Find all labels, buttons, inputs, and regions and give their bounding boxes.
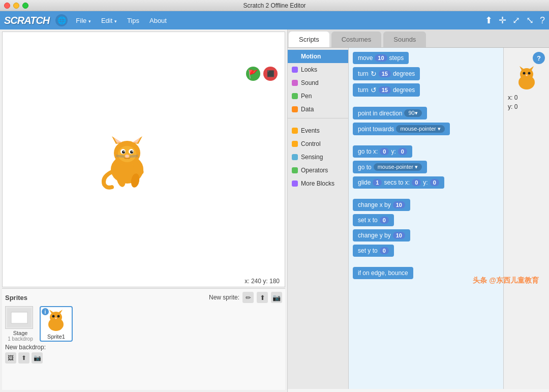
tab-scripts[interactable]: Scripts: [289, 32, 329, 47]
operators-dot: [292, 167, 298, 173]
stage-image: [5, 306, 33, 329]
menu-about[interactable]: About: [145, 15, 171, 26]
close-button[interactable]: [4, 3, 10, 9]
svg-marker-34: [529, 66, 534, 70]
gap4: [353, 260, 499, 264]
stage-controls: 🚩 ⬛: [246, 67, 278, 81]
new-backdrop-label: New backdrop:: [5, 344, 46, 351]
sprite1-label: Sprite1: [42, 334, 71, 340]
svg-point-36: [528, 72, 530, 75]
sprite-info-panel: ? x: 0 y: 0: [503, 48, 549, 389]
category-data-label: Data: [301, 106, 314, 113]
maximize-button[interactable]: [22, 3, 28, 9]
sound-dot: [292, 80, 298, 86]
svg-point-37: [526, 75, 528, 76]
zoom-icon[interactable]: ⤡: [526, 15, 534, 26]
category-control-label: Control: [301, 140, 321, 147]
stop-button[interactable]: ⬛: [263, 67, 278, 81]
block-change-y[interactable]: change y by 10: [353, 229, 410, 242]
minimize-button[interactable]: [13, 3, 19, 9]
category-operators-label: Operators: [301, 167, 328, 174]
block-goto-xy[interactable]: go to x: 0 y: 0: [353, 145, 412, 158]
block-turn-cw[interactable]: turn ↻ 15 degrees: [353, 67, 420, 80]
category-looks[interactable]: Looks: [288, 63, 348, 76]
motion-dot: [292, 53, 298, 59]
import-icon[interactable]: ⬆: [485, 15, 493, 26]
data-dot: [292, 106, 298, 112]
new-sprite-label: New sprite:: [209, 294, 239, 301]
category-sensing[interactable]: Sensing: [288, 150, 348, 164]
svg-point-35: [523, 72, 525, 75]
svg-marker-33: [520, 66, 525, 70]
help-button[interactable]: ?: [533, 52, 545, 64]
cat-sprite: [97, 134, 158, 190]
block-goto[interactable]: go to mouse-pointer ▾: [353, 161, 427, 173]
categories-panel: Motion Looks Sound Pen Data: [288, 48, 349, 389]
category-more-blocks-label: More Blocks: [301, 180, 334, 187]
sprite-panel: Sprites New sprite: ✏ ⬆ 📷: [2, 288, 285, 390]
category-data[interactable]: Data: [288, 103, 348, 116]
block-if-on-edge[interactable]: if on edge, bounce: [353, 267, 413, 279]
sprite-x: x: 0: [508, 94, 545, 101]
globe-icon[interactable]: 🌐: [55, 14, 68, 26]
category-events[interactable]: Events: [288, 124, 348, 137]
block-turn-ccw[interactable]: turn ↺ 15 degrees: [353, 83, 420, 97]
tab-costumes[interactable]: Costumes: [331, 32, 382, 47]
stage-canvas: 🚩 ⬛: [2, 32, 285, 287]
block-change-x[interactable]: change x by 10: [353, 199, 410, 211]
svg-point-12: [132, 151, 133, 152]
looks-dot: [292, 67, 298, 73]
help-icon[interactable]: ?: [540, 15, 545, 26]
blocks-list: move 10 steps turn ↻ 15 degrees turn ↺ 1…: [349, 48, 503, 389]
camera-sprite-button[interactable]: 📷: [271, 292, 282, 303]
category-motion[interactable]: Motion: [288, 50, 348, 63]
tab-sounds[interactable]: Sounds: [383, 32, 426, 47]
upload-backdrop-button[interactable]: ⬆: [18, 352, 29, 364]
block-move-steps[interactable]: move 10 steps: [353, 52, 409, 64]
control-dot: [292, 141, 298, 147]
svg-marker-27: [58, 310, 63, 313]
svg-point-11: [124, 151, 125, 152]
script-area: Scripts Costumes Sounds Motion Looks Sou…: [287, 29, 549, 392]
block-point-towards[interactable]: point towards mouse-pointer ▾: [353, 123, 450, 135]
svg-point-25: [50, 312, 62, 323]
gap1: [353, 100, 499, 104]
stage-name: Stage: [5, 330, 36, 336]
fullscreen-icon[interactable]: ⤢: [512, 15, 520, 26]
category-more-blocks[interactable]: More Blocks: [288, 177, 348, 190]
paint-backdrop-button[interactable]: 🖼: [5, 352, 16, 364]
export-icon[interactable]: ✛: [499, 15, 506, 26]
menu-edit[interactable]: Edit ▾: [97, 15, 121, 26]
category-sound[interactable]: Sound: [288, 76, 348, 89]
window-title: Scratch 2 Offline Editor: [243, 2, 306, 9]
paint-sprite-button[interactable]: ✏: [242, 292, 254, 303]
menu-file[interactable]: File ▾: [72, 15, 95, 26]
tabs: Scripts Costumes Sounds: [288, 29, 549, 48]
camera-backdrop-button[interactable]: 📷: [32, 352, 43, 364]
green-flag-button[interactable]: 🚩: [246, 67, 260, 81]
traffic-lights: [4, 3, 28, 9]
svg-marker-26: [49, 310, 54, 313]
sprite-info-icon[interactable]: i: [42, 308, 49, 315]
stage-thumbnail[interactable]: Stage 1 backdrop: [5, 306, 36, 342]
blocks-panel: Motion Looks Sound Pen Data: [288, 48, 549, 389]
block-point-direction[interactable]: point in direction 90▾: [353, 107, 427, 119]
category-operators[interactable]: Operators: [288, 164, 348, 177]
menu-tips[interactable]: Tips: [123, 15, 143, 26]
block-set-y[interactable]: set y to 0: [353, 245, 394, 257]
menubar: SCRATCH 🌐 File ▾ Edit ▾ Tips About ⬆ ✛ ⤢…: [0, 11, 549, 29]
backdrop-icons: 🖼 ⬆ 📷: [5, 352, 282, 364]
scratch-logo: SCRATCH: [4, 15, 49, 26]
sprite-info-image: [511, 64, 542, 92]
pen-dot: [292, 93, 298, 99]
category-events-label: Events: [301, 127, 320, 134]
sprite-y: y: 0: [508, 103, 545, 110]
block-glide[interactable]: glide 1 secs to x: 0 y: 0: [353, 176, 444, 189]
category-pen[interactable]: Pen: [288, 89, 348, 103]
gap3: [353, 192, 499, 196]
sprite1-thumbnail[interactable]: i Sprite1: [40, 306, 73, 342]
block-set-x[interactable]: set x to 0: [353, 214, 394, 226]
upload-sprite-button[interactable]: ⬆: [257, 292, 268, 303]
sprites-label: Sprites: [5, 294, 27, 301]
category-control[interactable]: Control: [288, 137, 348, 150]
